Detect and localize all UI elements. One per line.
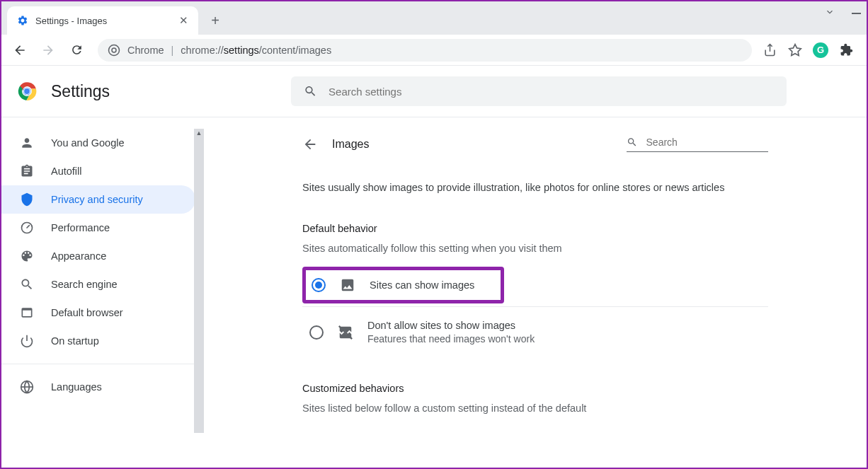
- reload-button[interactable]: [65, 39, 88, 62]
- sidebar-label: Privacy and security: [51, 194, 143, 205]
- sidebar-item-languages[interactable]: Languages: [1, 373, 195, 401]
- page-description: Sites usually show images to provide ill…: [302, 180, 768, 195]
- image-icon: [340, 277, 355, 293]
- address-bar[interactable]: Chrome|chrome://settings/content/images: [98, 39, 752, 62]
- chevron-down-icon[interactable]: [825, 7, 835, 17]
- palette-icon: [20, 249, 34, 263]
- sidebar-item-default-browser[interactable]: Default browser: [1, 299, 195, 327]
- main-content: Images Sites usually show images to prov…: [204, 117, 867, 466]
- new-tab-button[interactable]: +: [205, 11, 225, 30]
- radio-label: Don't allow sites to show images: [367, 320, 535, 331]
- search-icon: [20, 277, 34, 291]
- content-page-title: Images: [332, 138, 369, 151]
- page-title: Settings: [51, 82, 110, 101]
- tab-title: Settings - Images: [35, 16, 179, 26]
- back-button[interactable]: [8, 39, 31, 62]
- browser-tab[interactable]: Settings - Images ✕: [7, 6, 198, 35]
- globe-icon: [20, 380, 34, 394]
- search-icon: [627, 136, 638, 149]
- minimize-icon[interactable]: [852, 13, 861, 14]
- sidebar-label: On startup: [51, 335, 99, 347]
- search-settings-box[interactable]: [291, 76, 787, 106]
- search-settings-input[interactable]: [329, 86, 774, 98]
- browser-window-icon: [20, 306, 34, 320]
- sidebar-label: Default browser: [51, 307, 123, 318]
- svg-point-1: [112, 48, 116, 52]
- sidebar-item-performance[interactable]: Performance: [1, 214, 195, 242]
- sidebar-item-appearance[interactable]: Appearance: [1, 242, 195, 270]
- back-arrow-button[interactable]: [302, 137, 318, 152]
- page-search-box[interactable]: [627, 136, 768, 152]
- radio-sublabel: Features that need images won't work: [367, 333, 535, 344]
- speedometer-icon: [20, 221, 34, 235]
- power-icon: [20, 334, 34, 348]
- close-tab-icon[interactable]: ✕: [179, 14, 188, 27]
- sidebar-item-privacy-security[interactable]: Privacy and security: [1, 185, 195, 214]
- radio-label: Sites can show images: [370, 279, 474, 291]
- chrome-logo-icon: [108, 44, 120, 57]
- bookmark-star-icon[interactable]: [787, 42, 803, 58]
- sidebar: You and Google Autofill Privacy and secu…: [1, 117, 204, 466]
- sidebar-item-you-and-google[interactable]: You and Google: [1, 129, 195, 157]
- page-search-input[interactable]: [646, 137, 768, 148]
- divider: [1, 364, 204, 364]
- svg-marker-3: [789, 44, 801, 55]
- divider: [302, 306, 768, 307]
- page-header: Images: [302, 136, 768, 152]
- radio-button[interactable]: [312, 278, 326, 292]
- shield-icon: [20, 192, 34, 207]
- radio-option-block-images[interactable]: Don't allow sites to show images Feature…: [302, 310, 768, 354]
- radio-button[interactable]: [309, 325, 324, 340]
- search-icon: [304, 84, 317, 98]
- section-description: Sites listed below follow a custom setti…: [302, 403, 768, 414]
- chrome-logo-icon: [17, 81, 37, 101]
- forward-button[interactable]: [37, 39, 59, 62]
- settings-header: Settings: [1, 66, 867, 117]
- person-icon: [20, 136, 34, 150]
- svg-point-0: [109, 45, 120, 55]
- sidebar-label: Appearance: [51, 250, 106, 262]
- section-description: Sites automatically follow this setting …: [302, 243, 768, 254]
- sidebar-item-on-startup[interactable]: On startup: [1, 327, 195, 355]
- browser-toolbar: Chrome|chrome://settings/content/images …: [1, 35, 867, 66]
- radio-option-allow-images[interactable]: Sites can show images: [302, 267, 504, 303]
- sidebar-label: Languages: [51, 381, 102, 393]
- sidebar-label: Performance: [51, 222, 110, 233]
- scrollbar[interactable]: ▲: [194, 129, 204, 433]
- sidebar-label: Autofill: [51, 166, 82, 177]
- image-blocked-icon: [338, 325, 353, 340]
- settings-gear-icon: [17, 15, 28, 26]
- clipboard-icon: [20, 164, 34, 178]
- extensions-icon[interactable]: [838, 42, 854, 58]
- svg-point-6: [24, 88, 30, 95]
- section-title: Default behavior: [302, 223, 768, 234]
- tab-bar: Settings - Images ✕ +: [1, 1, 867, 35]
- share-icon[interactable]: [762, 42, 777, 58]
- omnibox-text: Chrome|chrome://settings/content/images: [127, 45, 331, 56]
- section-title: Customized behaviors: [302, 383, 768, 394]
- sidebar-item-autofill[interactable]: Autofill: [1, 157, 195, 185]
- grammarly-extension-icon[interactable]: G: [813, 42, 828, 58]
- sidebar-label: You and Google: [51, 137, 124, 149]
- sidebar-label: Search engine: [51, 279, 118, 290]
- sidebar-item-search-engine[interactable]: Search engine: [1, 270, 195, 299]
